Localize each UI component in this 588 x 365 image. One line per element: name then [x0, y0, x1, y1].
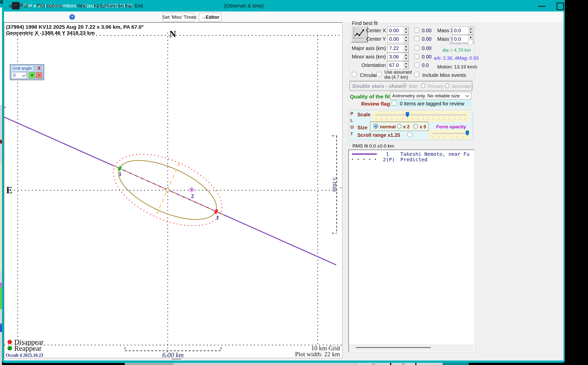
quality-select[interactable]: Astrometry only. No reliable size	[390, 92, 471, 99]
spin-up-icon[interactable]	[404, 35, 408, 39]
form-opacity-thumb[interactable]	[466, 131, 469, 136]
shape-model-checkbox[interactable]	[468, 40, 473, 45]
size-x2-radio[interactable]	[397, 124, 402, 129]
orientation-checkbox[interactable]	[414, 62, 419, 67]
disappear-marker	[215, 209, 217, 213]
menu-with-plot[interactable]: with Plot...	[9, 3, 32, 9]
center-y-label: Center Y	[349, 36, 386, 42]
size-x5-label: x 5	[420, 124, 426, 130]
grid-angle-panel[interactable]: Grid angle X 0 + −	[10, 64, 44, 80]
grid-angle-plus-button[interactable]: +	[29, 72, 35, 78]
size-label: Size	[357, 125, 367, 131]
spin-up-icon[interactable]	[404, 27, 408, 30]
major-axis-checkbox[interactable]	[414, 45, 419, 50]
minor-axis-label: Minor axis (km)	[349, 54, 386, 60]
review-flags-checkbox[interactable]	[392, 101, 397, 106]
help-icon[interactable]: ?	[69, 14, 75, 20]
double-stars-secondary-radio[interactable]	[445, 83, 449, 88]
plot-hscroll-thumb[interactable]	[172, 359, 181, 360]
east-label: E	[6, 185, 12, 195]
set-miss-times-button[interactable]: Set 'Miss' Times	[162, 13, 194, 21]
maximize-icon[interactable]	[557, 2, 564, 10]
size-normal-radio[interactable]	[373, 124, 378, 129]
form-opacity-slider[interactable]	[429, 130, 470, 139]
include-miss-checkbox[interactable]	[414, 72, 419, 77]
reappear-marker	[119, 167, 121, 171]
grid-angle-select[interactable]: 0	[11, 72, 26, 79]
plot-width-note: Plot width: 22 km	[295, 351, 340, 358]
observations-list[interactable]	[348, 150, 475, 353]
spin-up-icon[interactable]	[468, 35, 473, 39]
form-opacity-label: Form opacity	[436, 124, 466, 130]
fragment-seven: 7	[0, 323, 2, 332]
grid-angle-value: 0	[13, 73, 15, 78]
menu-keep-on-top[interactable]: Keep form on top	[94, 3, 132, 9]
spin-down-icon[interactable]	[468, 31, 473, 34]
grid-angle-title: Grid angle	[11, 66, 33, 71]
plot-letter-p: P	[350, 111, 353, 116]
spin-up-icon[interactable]	[404, 45, 408, 48]
spin-down-icon[interactable]	[404, 39, 408, 43]
size-x2-label: x 2	[403, 124, 410, 130]
minor-axis-spinner[interactable]: 3.06	[387, 53, 409, 61]
mas-scale-label: 5 mas	[332, 177, 338, 192]
orientation-spinner[interactable]: 67.0	[387, 61, 409, 69]
grid-angle-minus-button[interactable]: −	[36, 72, 42, 78]
minor-axis-step: 0.00	[422, 54, 432, 60]
reappear-dot-icon	[7, 346, 12, 351]
center-x-checkbox[interactable]	[414, 28, 419, 33]
center-y-spinner[interactable]: 0.00	[387, 35, 409, 43]
spin-up-icon[interactable]	[404, 62, 408, 65]
double-stars-both-radio[interactable]	[402, 83, 407, 88]
list-hscrollbar-thumb[interactable]	[356, 347, 431, 348]
size-x5-radio[interactable]	[413, 124, 418, 129]
minimize-icon[interactable]	[538, 6, 546, 7]
chevron-down-icon	[22, 73, 25, 77]
plot-header: (37994) 1998 KV12 2025 Aug 20 7.22 x 3.0…	[6, 24, 144, 36]
double-stars-both-label: Both	[409, 84, 418, 89]
spin-down-icon[interactable]	[404, 57, 408, 60]
chord-end-label: 1	[216, 214, 219, 221]
chord-style-swatch	[352, 154, 377, 155]
editor-button[interactable]: →Editor	[199, 13, 221, 21]
grid-lines	[4, 33, 342, 357]
chevron-down-icon	[465, 94, 469, 97]
spin-down-icon[interactable]	[404, 65, 408, 69]
plot-letter-l: L	[350, 118, 353, 123]
menu-help[interactable]: Help	[76, 3, 87, 9]
major-axis-label: Major axis (km)	[349, 45, 386, 51]
legend-reappear: Reappear	[14, 344, 42, 352]
scroll-range-label: Scroll range x1.25	[357, 132, 400, 138]
chord-start-label: 1	[119, 171, 122, 177]
menu-exit[interactable]: Exit	[135, 3, 143, 9]
menu-plot-options[interactable]: Plot options...	[36, 3, 67, 9]
center-y-step: 0.00	[422, 36, 432, 42]
use-assumed-dia-checkbox[interactable]	[376, 72, 381, 77]
spin-down-icon[interactable]	[404, 48, 408, 52]
major-axis-spinner[interactable]: 7.22	[387, 44, 409, 52]
observation-name: Takeshi Nemoto, near Fu	[400, 151, 471, 157]
screen: 7 0 Plot event observations : Occult v.4…	[0, 0, 588, 365]
mass-x-spinner[interactable]: 0.0	[452, 26, 473, 35]
spin-down-icon[interactable]	[404, 31, 408, 34]
occultation-plot: 1 1 2 N E 5 mas 6.00 km 10 km Grid Plot …	[4, 23, 342, 358]
major-axis-step: 0.00	[422, 45, 432, 51]
scroll-range-checkbox[interactable]	[407, 132, 412, 137]
minor-axis-checkbox[interactable]	[414, 54, 419, 59]
predicted-position-marker	[189, 187, 194, 192]
close-icon[interactable]: X	[37, 65, 41, 71]
north-label: N	[169, 29, 176, 39]
observation-num: 1	[386, 151, 389, 157]
size-normal-label: normal	[380, 124, 396, 130]
plot-header-line2: Geocentric X -1388.46 Y 3418.23 km	[6, 30, 144, 36]
scale-slider[interactable]	[372, 111, 470, 122]
observation-name: Predicted	[400, 157, 427, 163]
circular-checkbox[interactable]	[352, 72, 357, 77]
center-x-spinner[interactable]: 0.00	[387, 26, 409, 35]
spin-up-icon[interactable]	[404, 53, 408, 57]
double-stars-primary-radio[interactable]	[421, 83, 426, 88]
diameter-text: dia = 4.70 km	[442, 47, 471, 53]
scale-slider-thumb[interactable]	[406, 112, 409, 117]
spin-up-icon[interactable]	[468, 27, 473, 30]
center-y-checkbox[interactable]	[414, 36, 419, 41]
